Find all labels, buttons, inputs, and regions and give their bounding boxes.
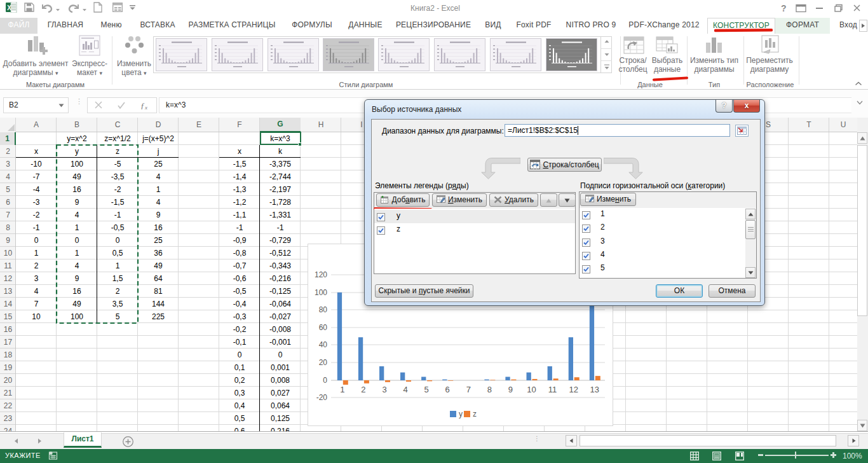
svg-text:1: 1 — [340, 385, 344, 394]
svg-text:6: 6 — [445, 385, 450, 394]
svg-text:?: ? — [781, 4, 787, 13]
svg-text:-20: -20 — [316, 393, 328, 402]
svg-text:100: 100 — [315, 288, 327, 297]
svg-text:z: z — [473, 410, 477, 418]
svg-text:8: 8 — [487, 385, 492, 394]
svg-text:80: 80 — [319, 305, 328, 314]
svg-text:20: 20 — [319, 358, 328, 367]
svg-text:x: x — [144, 104, 147, 110]
svg-text:9: 9 — [508, 385, 513, 394]
svg-text:4: 4 — [403, 385, 407, 394]
svg-text:7: 7 — [466, 385, 471, 394]
svg-text:2: 2 — [361, 385, 365, 394]
svg-text:12: 12 — [569, 385, 578, 394]
svg-text:0: 0 — [323, 376, 327, 385]
svg-text:y: y — [459, 410, 463, 418]
svg-text:3: 3 — [382, 385, 386, 394]
svg-text:5: 5 — [424, 385, 428, 394]
svg-text:X: X — [7, 4, 11, 11]
svg-text:11: 11 — [548, 385, 557, 394]
svg-text:60: 60 — [319, 323, 328, 332]
svg-text:10: 10 — [527, 385, 536, 394]
svg-text:120: 120 — [315, 270, 327, 279]
svg-text:40: 40 — [319, 340, 328, 349]
svg-text:13: 13 — [590, 385, 599, 394]
